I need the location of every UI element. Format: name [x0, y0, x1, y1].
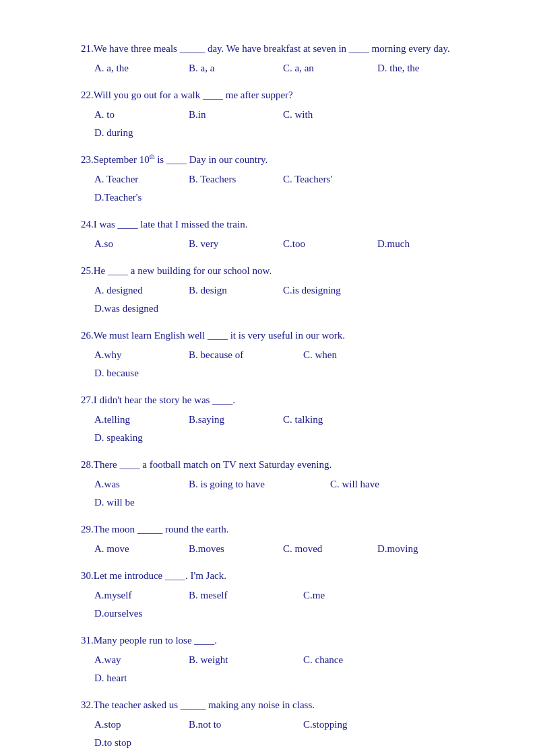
option-22-b: B.in — [189, 106, 276, 124]
question-24: 24.I was ____ late that I missed the tra… — [81, 216, 481, 253]
question-24-options: A.so B. very C.too D.much — [81, 235, 481, 253]
option-29-c: C. moved — [283, 540, 371, 558]
question-30-options: A.myself B. meself C.me D.ourselves — [81, 586, 481, 623]
option-28-d: D. will be — [94, 493, 182, 512]
option-21-d: D. the, the — [377, 59, 465, 77]
option-28-c: C. will have — [330, 475, 438, 493]
question-28-text: 28.There ____ a football match on TV nex… — [81, 456, 481, 473]
question-21-options: A. a, the B. a, a C. a, an D. the, the — [81, 59, 481, 77]
option-31-b: B. weight — [189, 651, 296, 669]
option-23-d: D.Teacher's — [94, 188, 182, 207]
option-25-a: A. designed — [94, 281, 182, 300]
question-29-options: A. move B.moves C. moved D.moving — [81, 540, 481, 558]
option-21-a: A. a, the — [94, 59, 182, 77]
option-22-c: C. with — [283, 106, 391, 124]
question-23-options: A. Teacher B. Teachers C. Teachers' D.Te… — [81, 170, 481, 207]
option-23-b: B. Teachers — [189, 170, 276, 188]
question-25-text: 25.He ____ a new building for our school… — [81, 263, 481, 279]
option-32-a: A.stop — [94, 716, 182, 734]
option-26-a: A.why — [94, 346, 182, 364]
question-23: 23.September 10th is ____ Day in our cou… — [81, 151, 481, 207]
question-30: 30.Let me introduce ____. I'm Jack. A.my… — [81, 568, 481, 623]
superscript-th: th — [150, 153, 155, 160]
option-24-d: D.much — [377, 235, 465, 253]
question-32-options: A.stop B.not to C.stopping D.to stop — [81, 716, 481, 752]
option-30-c: C.me — [303, 586, 391, 605]
option-28-a: A.was — [94, 475, 182, 493]
option-25-b: B. design — [189, 281, 276, 300]
question-25: 25.He ____ a new building for our school… — [81, 263, 481, 318]
question-32-text: 32.The teacher asked us _____ making any… — [81, 697, 481, 713]
option-32-d: D.to stop — [94, 734, 182, 752]
question-32: 32.The teacher asked us _____ making any… — [81, 697, 481, 752]
question-26-options: A.why B. because of C. when D. because — [81, 346, 481, 382]
option-23-c: C. Teachers' — [283, 170, 391, 188]
option-25-c: C.is designing — [283, 281, 391, 300]
option-27-c: C. talking — [283, 411, 391, 429]
option-29-b: B.moves — [189, 540, 276, 558]
option-31-c: C. chance — [303, 651, 411, 669]
question-21: 21.We have three meals _____ day. We hav… — [81, 40, 481, 77]
question-22-text: 22.Will you go out for a walk ____ me af… — [81, 87, 481, 103]
question-27-options: A.telling B.saying C. talking D. speakin… — [81, 411, 481, 447]
option-30-b: B. meself — [189, 586, 296, 605]
question-27: 27.I didn't hear the story he was ____. … — [81, 392, 481, 447]
question-31: 31.Many people run to lose ____. A.way B… — [81, 632, 481, 687]
question-31-options: A.way B. weight C. chance D. heart — [81, 651, 481, 687]
question-27-text: 27.I didn't hear the story he was ____. — [81, 392, 481, 408]
option-24-a: A.so — [94, 235, 182, 253]
option-23-a: A. Teacher — [94, 170, 182, 188]
question-22: 22.Will you go out for a walk ____ me af… — [81, 87, 481, 142]
option-24-c: C.too — [283, 235, 371, 253]
question-29: 29.The moon _____ round the earth. A. mo… — [81, 521, 481, 558]
question-29-text: 29.The moon _____ round the earth. — [81, 521, 481, 537]
option-29-d: D.moving — [377, 540, 465, 558]
option-27-b: B.saying — [189, 411, 276, 429]
question-28-options: A.was B. is going to have C. will have D… — [81, 475, 481, 512]
question-24-text: 24.I was ____ late that I missed the tra… — [81, 216, 481, 232]
question-26: 26.We must learn English well ____ it is… — [81, 327, 481, 382]
question-22-options: A. to B.in C. with D. during — [81, 106, 481, 142]
question-25-options: A. designed B. design C.is designing D.w… — [81, 281, 481, 318]
option-30-d: D.ourselves — [94, 605, 182, 623]
question-26-text: 26.We must learn English well ____ it is… — [81, 327, 481, 343]
option-31-d: D. heart — [94, 669, 182, 687]
question-23-text: 23.September 10th is ____ Day in our cou… — [81, 151, 481, 168]
option-22-a: A. to — [94, 106, 182, 124]
option-29-a: A. move — [94, 540, 182, 558]
option-32-c: C.stopping — [303, 716, 411, 734]
option-26-c: C. when — [303, 346, 391, 364]
option-22-d: D. during — [94, 124, 182, 142]
option-27-d: D. speaking — [94, 429, 182, 447]
option-31-a: A.way — [94, 651, 182, 669]
option-27-a: A.telling — [94, 411, 182, 429]
option-30-a: A.myself — [94, 586, 182, 605]
question-21-text: 21.We have three meals _____ day. We hav… — [81, 40, 481, 57]
question-30-text: 30.Let me introduce ____. I'm Jack. — [81, 568, 481, 584]
option-26-d: D. because — [94, 364, 182, 382]
option-25-d: D.was designed — [94, 300, 182, 318]
option-24-b: B. very — [189, 235, 276, 253]
option-28-b: B. is going to have — [189, 475, 323, 493]
exam-content: 21.We have three meals _____ day. We hav… — [81, 40, 481, 756]
option-32-b: B.not to — [189, 716, 296, 734]
question-31-text: 31.Many people run to lose ____. — [81, 632, 481, 648]
option-21-c: C. a, an — [283, 59, 371, 77]
option-21-b: B. a, a — [189, 59, 276, 77]
option-26-b: B. because of — [189, 346, 296, 364]
question-28: 28.There ____ a football match on TV nex… — [81, 456, 481, 512]
